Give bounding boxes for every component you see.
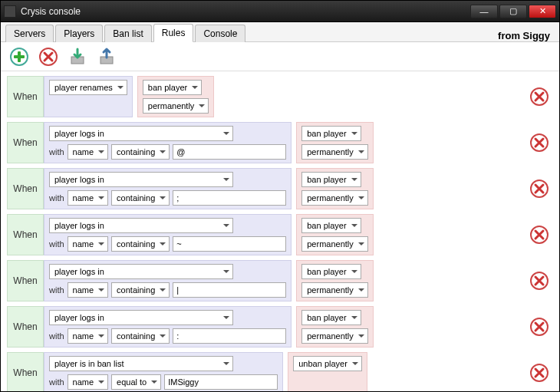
operator-select[interactable]: containing bbox=[111, 328, 170, 344]
action-param-select[interactable]: permanently bbox=[301, 144, 368, 160]
with-label: with bbox=[49, 239, 64, 249]
delete-rule-button[interactable] bbox=[525, 168, 553, 209]
delete-rule-button[interactable] bbox=[525, 76, 553, 117]
spacer bbox=[214, 76, 521, 117]
when-label: When bbox=[7, 306, 44, 348]
operator-select[interactable]: equal to bbox=[111, 374, 161, 390]
delete-icon bbox=[529, 271, 549, 291]
with-label: with bbox=[49, 377, 64, 387]
spacer bbox=[374, 168, 521, 209]
action-select[interactable]: ban player bbox=[301, 126, 361, 141]
delete-rule-button[interactable] bbox=[525, 122, 553, 163]
action-select[interactable]: ban player bbox=[301, 264, 361, 279]
spacer bbox=[367, 352, 521, 391]
delete-icon bbox=[529, 133, 549, 153]
when-label: When bbox=[7, 260, 44, 301]
event-select[interactable]: player logs in bbox=[49, 310, 233, 325]
action-block: ban playerpermanently bbox=[296, 168, 374, 209]
titlebar: Crysis console — ▢ ✕ bbox=[1, 1, 559, 22]
app-window: Crysis console — ▢ ✕ Servers Players Ban… bbox=[0, 0, 560, 392]
event-select[interactable]: player logs in bbox=[49, 264, 233, 279]
action-select[interactable]: ban player bbox=[301, 310, 361, 325]
action-select[interactable]: ban player bbox=[301, 172, 361, 187]
action-param-select[interactable]: permanently bbox=[301, 190, 368, 206]
value-input[interactable] bbox=[173, 328, 286, 344]
operator-select[interactable]: containing bbox=[111, 282, 170, 298]
tab-bar: Servers Players Ban list Rules Console f… bbox=[1, 22, 559, 42]
event-select[interactable]: player logs in bbox=[49, 218, 233, 233]
delete-rule-button[interactable] bbox=[525, 352, 553, 391]
field-select[interactable]: name bbox=[68, 374, 109, 390]
action-block: ban playerpermanently bbox=[296, 122, 374, 163]
delete-rule-button[interactable] bbox=[525, 306, 553, 348]
field-select[interactable]: name bbox=[68, 236, 109, 252]
action-param-select[interactable]: permanently bbox=[143, 98, 209, 114]
tab-ban-list[interactable]: Ban list bbox=[104, 25, 151, 42]
when-label: When bbox=[7, 76, 44, 117]
tab-console[interactable]: Console bbox=[195, 25, 245, 42]
plus-icon bbox=[9, 47, 29, 67]
close-button[interactable]: ✕ bbox=[529, 5, 556, 18]
export-button[interactable] bbox=[96, 46, 117, 68]
rule-row: Whenplayer is in ban listwithnameequal t… bbox=[7, 352, 553, 391]
from-label: from Siggy bbox=[498, 30, 555, 41]
condition-block: player logs inwithnamecontaining bbox=[44, 306, 292, 348]
action-select[interactable]: ban player bbox=[143, 80, 202, 95]
action-param-select[interactable]: permanently bbox=[301, 236, 368, 252]
when-label: When bbox=[7, 122, 44, 163]
tab-rules[interactable]: Rules bbox=[153, 24, 194, 42]
event-select[interactable]: player is in ban list bbox=[49, 356, 233, 371]
rule-row: Whenplayer logs inwithnamecontainingban … bbox=[7, 260, 553, 301]
when-label: When bbox=[7, 168, 44, 209]
maximize-button[interactable]: ▢ bbox=[499, 5, 527, 18]
spacer bbox=[374, 214, 521, 255]
delete-icon bbox=[529, 225, 549, 245]
action-block: ban playerpermanently bbox=[296, 260, 374, 301]
field-select[interactable]: name bbox=[68, 328, 109, 344]
when-label: When bbox=[7, 214, 44, 255]
when-label: When bbox=[7, 352, 44, 391]
action-select[interactable]: unban player bbox=[293, 356, 362, 371]
tab-servers[interactable]: Servers bbox=[5, 25, 54, 42]
with-label: with bbox=[49, 331, 64, 341]
event-select[interactable]: player renames bbox=[49, 80, 127, 95]
action-block: ban playerpermanently bbox=[296, 214, 374, 255]
delete-icon bbox=[38, 47, 58, 67]
condition-block: player logs inwithnamecontaining bbox=[44, 214, 292, 255]
spacer bbox=[374, 306, 521, 348]
event-select[interactable]: player logs in bbox=[49, 126, 233, 141]
delete-rule-button[interactable] bbox=[525, 260, 553, 301]
field-select[interactable]: name bbox=[68, 282, 109, 298]
delete-icon bbox=[529, 363, 549, 383]
action-param-select[interactable]: permanently bbox=[301, 328, 368, 344]
tab-players[interactable]: Players bbox=[55, 25, 103, 42]
field-select[interactable]: name bbox=[68, 144, 109, 160]
value-input[interactable] bbox=[173, 144, 286, 160]
rule-row: Whenplayer logs inwithnamecontainingban … bbox=[7, 122, 553, 163]
operator-select[interactable]: containing bbox=[111, 144, 170, 160]
toolbar bbox=[1, 42, 559, 71]
delete-rule-button[interactable] bbox=[525, 214, 553, 255]
svg-rect-2 bbox=[14, 55, 25, 58]
add-rule-button[interactable] bbox=[8, 46, 30, 68]
rule-row: Whenplayer logs inwithnamecontainingban … bbox=[7, 306, 553, 348]
action-select[interactable]: ban player bbox=[301, 218, 361, 233]
minimize-button[interactable]: — bbox=[470, 5, 498, 18]
action-block: ban playerpermanently bbox=[296, 306, 374, 348]
field-select[interactable]: name bbox=[68, 190, 109, 206]
condition-block: player logs inwithnamecontaining bbox=[44, 260, 292, 301]
rule-row: Whenplayer logs inwithnamecontainingban … bbox=[7, 168, 553, 209]
spacer bbox=[374, 260, 521, 301]
value-input[interactable] bbox=[173, 282, 286, 298]
operator-select[interactable]: containing bbox=[111, 190, 170, 206]
action-block: ban playerpermanently bbox=[137, 76, 215, 117]
action-param-select[interactable]: permanently bbox=[301, 282, 368, 298]
with-label: with bbox=[49, 193, 64, 203]
operator-select[interactable]: containing bbox=[111, 236, 170, 252]
value-input[interactable] bbox=[173, 236, 286, 252]
delete-rule-button[interactable] bbox=[38, 46, 59, 68]
value-input[interactable] bbox=[164, 374, 278, 390]
value-input[interactable] bbox=[173, 190, 286, 206]
event-select[interactable]: player logs in bbox=[49, 172, 233, 187]
import-button[interactable] bbox=[67, 46, 88, 68]
